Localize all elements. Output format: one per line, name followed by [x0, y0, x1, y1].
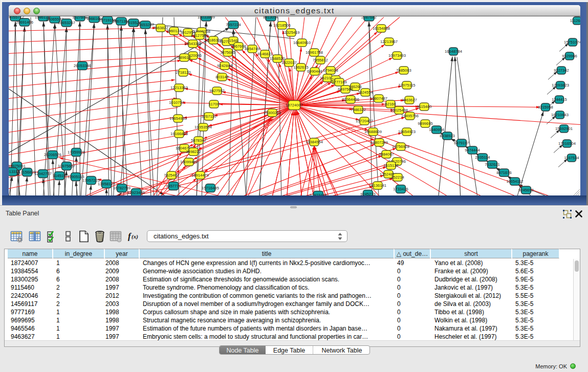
svg-text:6990448: 6990448 [307, 69, 322, 74]
svg-text:20206576: 20206576 [44, 152, 61, 157]
svg-text:16033809: 16033809 [198, 16, 215, 19]
svg-text:15751074: 15751074 [564, 40, 580, 45]
svg-text:114519: 114519 [53, 173, 66, 178]
svg-text:3960124: 3960124 [166, 29, 182, 33]
svg-text:2087682: 2087682 [361, 16, 377, 19]
svg-text:12923446: 12923446 [127, 190, 145, 195]
svg-text:16648784: 16648784 [445, 49, 462, 54]
svg-text:17957225: 17957225 [82, 178, 100, 183]
svg-text:1010757: 1010757 [169, 100, 184, 105]
svg-text:1640954: 1640954 [429, 127, 444, 132]
svg-text:16914479: 16914479 [191, 173, 209, 178]
svg-text:19166825: 19166825 [170, 132, 188, 136]
svg-text:8471676: 8471676 [496, 170, 512, 175]
svg-text:18807249: 18807249 [371, 140, 388, 145]
svg-text:16961758: 16961758 [306, 50, 323, 55]
svg-text:1167534: 1167534 [564, 156, 579, 160]
svg-text:10543382: 10543382 [184, 41, 202, 46]
svg-text:15716485: 15716485 [202, 186, 219, 190]
svg-text:19218506: 19218506 [273, 23, 291, 28]
svg-text:989614: 989614 [178, 55, 190, 60]
svg-text:16782759: 16782759 [113, 186, 130, 190]
svg-text:6794028: 6794028 [323, 68, 338, 73]
svg-text:12942757: 12942757 [34, 171, 52, 176]
svg-text:15692901: 15692901 [555, 126, 573, 131]
svg-text:7357224: 7357224 [226, 23, 241, 27]
svg-text:17359928: 17359928 [68, 150, 85, 155]
svg-text:25300203: 25300203 [264, 111, 281, 115]
svg-text:10975667: 10975667 [58, 164, 75, 168]
svg-text:10807487: 10807487 [370, 96, 387, 101]
svg-text:9242848: 9242848 [217, 63, 232, 68]
svg-text:11325419: 11325419 [282, 30, 299, 35]
svg-text:3498222: 3498222 [186, 149, 201, 154]
svg-text:1615132: 1615132 [383, 163, 399, 168]
svg-text:3267110: 3267110 [202, 114, 216, 119]
svg-text:252214: 252214 [391, 175, 404, 180]
svg-text:8854749: 8854749 [245, 47, 260, 51]
svg-text:9245233: 9245233 [360, 192, 376, 195]
svg-text:15720407: 15720407 [356, 119, 373, 123]
svg-text:17016504: 17016504 [558, 141, 576, 146]
svg-text:3875685: 3875685 [220, 50, 235, 55]
svg-text:2935114: 2935114 [475, 155, 490, 160]
svg-text:9115460: 9115460 [417, 104, 432, 109]
svg-text:1362615: 1362615 [293, 65, 309, 70]
svg-text:19353594: 19353594 [194, 125, 212, 129]
svg-text:14136141: 14136141 [369, 183, 386, 188]
svg-text:12093823: 12093823 [552, 83, 569, 87]
svg-text:10025438: 10025438 [390, 108, 408, 113]
svg-text:9474444: 9474444 [465, 148, 480, 152]
svg-text:12905115: 12905115 [67, 174, 84, 179]
svg-text:(x): (x) [132, 233, 138, 240]
svg-text:9146821: 9146821 [257, 52, 273, 56]
svg-text:16127509: 16127509 [191, 33, 208, 38]
svg-text:12156829: 12156829 [18, 170, 36, 174]
svg-text:19654933: 19654933 [169, 116, 187, 121]
svg-text:6879197: 6879197 [454, 141, 469, 145]
svg-text:18724007: 18724007 [286, 103, 303, 107]
svg-text:10653287: 10653287 [137, 23, 154, 27]
svg-text:20364436: 20364436 [342, 97, 359, 102]
svg-text:62160: 62160 [385, 102, 396, 106]
svg-text:7625402: 7625402 [164, 173, 179, 178]
svg-text:1244415: 1244415 [552, 97, 567, 102]
svg-text:1112642: 1112642 [570, 18, 580, 23]
svg-text:2967608: 2967608 [231, 44, 246, 49]
svg-text:2718120: 2718120 [176, 70, 191, 75]
svg-text:12213363: 12213363 [170, 85, 188, 90]
svg-text:9227342: 9227342 [554, 68, 569, 73]
svg-text:7632621: 7632621 [485, 162, 500, 167]
svg-text:19654923: 19654923 [398, 129, 416, 134]
svg-text:9899695: 9899695 [418, 121, 433, 126]
svg-text:803144: 803144 [215, 75, 228, 79]
svg-text:9463627: 9463627 [402, 98, 417, 102]
svg-text:16210643: 16210643 [551, 113, 569, 117]
svg-text:16640910: 16640910 [293, 40, 311, 45]
svg-text:26053346: 26053346 [74, 63, 91, 68]
svg-text:12923446: 12923446 [310, 193, 327, 195]
svg-text:9884067: 9884067 [379, 152, 394, 157]
svg-text:13958127: 13958127 [98, 182, 115, 186]
svg-text:19384554: 19384554 [306, 140, 323, 144]
svg-text:20691406: 20691406 [16, 20, 33, 25]
svg-text:7986322: 7986322 [351, 107, 366, 112]
svg-text:5878342: 5878342 [191, 138, 206, 143]
svg-text:1322037: 1322037 [281, 60, 297, 65]
svg-text:10654112: 10654112 [506, 179, 523, 184]
svg-text:12213967: 12213967 [380, 39, 398, 44]
svg-text:12975115: 12975115 [398, 83, 415, 87]
svg-text:16154838: 16154838 [373, 26, 390, 31]
svg-text:10756928: 10756928 [392, 144, 409, 149]
svg-text:10973493: 10973493 [388, 53, 406, 58]
svg-text:8215958: 8215958 [538, 105, 553, 110]
svg-text:19495756: 19495756 [401, 114, 419, 118]
svg-text:8938923: 8938923 [440, 134, 455, 138]
svg-text:9457771: 9457771 [166, 184, 181, 188]
svg-text:7955812: 7955812 [313, 58, 328, 62]
svg-text:10653267: 10653267 [58, 20, 75, 25]
svg-text:10688609: 10688609 [364, 129, 382, 134]
svg-text:11700: 11700 [209, 102, 220, 106]
svg-text:7485003: 7485003 [396, 68, 411, 73]
svg-text:8813054: 8813054 [263, 16, 278, 19]
